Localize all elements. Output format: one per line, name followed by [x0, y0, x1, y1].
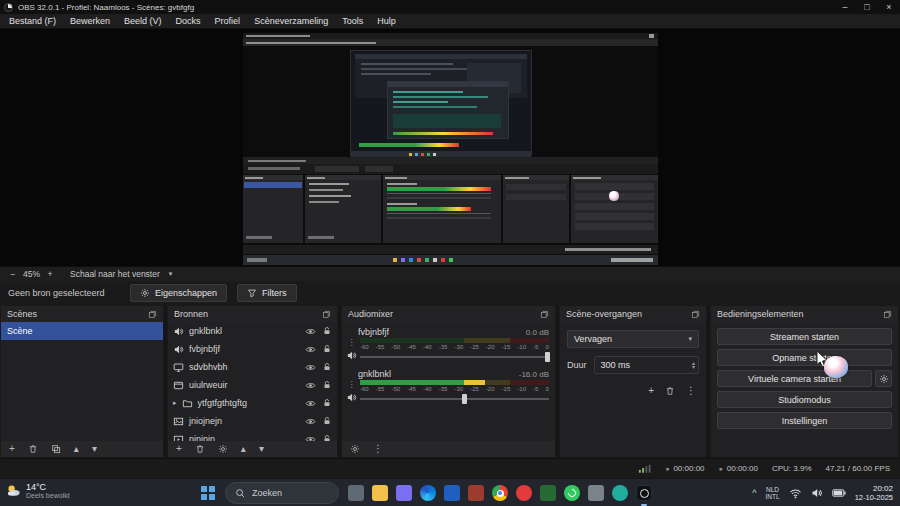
- mixer-menu-button[interactable]: ⋮: [373, 444, 383, 454]
- visibility-toggle-icon[interactable]: [305, 416, 316, 427]
- visibility-toggle-icon[interactable]: [305, 434, 316, 442]
- window-titlebar[interactable]: OBS 32.0.1 - Profiel: Naamloos - Scènes:…: [0, 0, 900, 14]
- menu-item-beeld[interactable]: Beeld (V): [117, 14, 169, 29]
- add-source-button[interactable]: +: [176, 444, 182, 454]
- zoom-in-button[interactable]: +: [45, 269, 55, 279]
- source-row-clipped[interactable]: njnjnjn: [168, 430, 337, 441]
- lock-toggle-icon[interactable]: [322, 344, 332, 354]
- duration-spinner[interactable]: ▴ ▾: [692, 361, 695, 370]
- battery-icon[interactable]: [832, 489, 846, 497]
- virtual-camera-settings-button[interactable]: [875, 370, 892, 387]
- obs-taskbar-button[interactable]: [632, 479, 656, 506]
- taskbar-app-1[interactable]: [344, 479, 368, 506]
- duration-input[interactable]: 300 ms ▴ ▾: [594, 356, 699, 374]
- filters-button[interactable]: Filters: [237, 284, 297, 302]
- visibility-toggle-icon[interactable]: [305, 398, 316, 409]
- source-row[interactable]: jniojnejn: [168, 412, 337, 430]
- menu-item-hulp[interactable]: Hulp: [370, 14, 403, 29]
- menu-item-tools[interactable]: Tools: [335, 14, 370, 29]
- volume-icon[interactable]: [811, 487, 823, 499]
- move-source-down-button[interactable]: ▾: [259, 444, 264, 454]
- minimize-button[interactable]: –: [834, 0, 856, 14]
- advanced-audio-button[interactable]: [350, 444, 360, 454]
- taskbar-search[interactable]: Zoeken: [225, 482, 339, 504]
- wifi-icon[interactable]: [789, 488, 802, 499]
- menu-item-bestand[interactable]: Bestand (F): [2, 14, 63, 29]
- mixer-options-icon[interactable]: ⋮: [348, 339, 356, 347]
- lock-toggle-icon[interactable]: [322, 416, 332, 426]
- preview-canvas[interactable]: [0, 29, 900, 266]
- taskbar-app-6[interactable]: [464, 479, 488, 506]
- menu-item-profiel[interactable]: Profiel: [208, 14, 248, 29]
- visibility-toggle-icon[interactable]: [305, 362, 316, 373]
- start-recording-button[interactable]: Opname starten: [717, 349, 892, 366]
- lock-toggle-icon[interactable]: [322, 398, 332, 408]
- mixer-options-icon[interactable]: ⋮: [348, 381, 356, 389]
- volume-slider-handle[interactable]: [462, 394, 467, 404]
- tray-expand-icon[interactable]: ^: [752, 488, 756, 498]
- add-scene-button[interactable]: +: [9, 444, 15, 454]
- weather-widget[interactable]: 14°C Deels bewolkt: [6, 482, 70, 499]
- menu-item-sceneverzameling[interactable]: Scèneverzameling: [247, 14, 335, 29]
- visibility-toggle-icon[interactable]: [305, 344, 316, 355]
- volume-slider[interactable]: [360, 351, 549, 362]
- scale-mode-dropdown-icon[interactable]: ▾: [169, 270, 173, 278]
- sources-dock-header[interactable]: Bronnen: [168, 306, 337, 322]
- remove-transition-button[interactable]: [665, 386, 675, 396]
- mixer-dock-header[interactable]: Audiomixer: [342, 306, 555, 322]
- start-streaming-button[interactable]: Streamen starten: [717, 328, 892, 345]
- taskbar-app-8[interactable]: [512, 479, 536, 506]
- source-row[interactable]: gnklbnkl: [168, 322, 337, 340]
- remove-scene-button[interactable]: [28, 444, 38, 454]
- controls-dock-header[interactable]: Bedieningselementen: [711, 306, 898, 322]
- zoom-out-button[interactable]: −: [8, 269, 18, 279]
- source-row[interactable]: fvbjnbfjf: [168, 340, 337, 358]
- taskbar-app-11[interactable]: [584, 479, 608, 506]
- taskbar-app-9[interactable]: [536, 479, 560, 506]
- properties-button[interactable]: Eigenschappen: [130, 284, 227, 302]
- transition-select[interactable]: Vervagen ▾: [567, 330, 699, 348]
- chrome-button[interactable]: [488, 479, 512, 506]
- spin-down-icon[interactable]: ▾: [692, 365, 695, 370]
- file-explorer-button[interactable]: [368, 479, 392, 506]
- visibility-toggle-icon[interactable]: [305, 380, 316, 391]
- move-source-up-button[interactable]: ▴: [241, 444, 246, 454]
- taskbar-app-3[interactable]: [392, 479, 416, 506]
- mute-toggle-icon[interactable]: [346, 392, 357, 403]
- taskbar-clock[interactable]: 20:02 12-10-2025: [855, 484, 893, 503]
- remove-source-button[interactable]: [195, 444, 205, 454]
- taskbar-app-5[interactable]: [440, 479, 464, 506]
- whatsapp-button[interactable]: [560, 479, 584, 506]
- scene-list-item[interactable]: Scène: [1, 322, 163, 340]
- duplicate-scene-button[interactable]: [51, 444, 61, 454]
- add-transition-button[interactable]: +: [648, 386, 654, 396]
- language-switcher[interactable]: NLD INTL: [766, 486, 780, 500]
- source-row[interactable]: uiulrweuir: [168, 376, 337, 394]
- mute-toggle-icon[interactable]: [346, 350, 357, 361]
- visibility-toggle-icon[interactable]: [305, 326, 316, 337]
- move-scene-up-button[interactable]: ▴: [74, 444, 79, 454]
- lock-toggle-icon[interactable]: [322, 362, 332, 372]
- taskbar-app-12[interactable]: [608, 479, 632, 506]
- group-expand-icon[interactable]: ▸: [173, 399, 177, 407]
- menu-item-docks[interactable]: Docks: [169, 14, 208, 29]
- move-scene-down-button[interactable]: ▾: [92, 444, 97, 454]
- lock-toggle-icon[interactable]: [322, 434, 332, 441]
- close-button[interactable]: ×: [878, 0, 900, 14]
- volume-slider[interactable]: [360, 393, 549, 404]
- edge-button[interactable]: [416, 479, 440, 506]
- volume-slider-handle[interactable]: [545, 352, 550, 362]
- source-properties-button[interactable]: [218, 444, 228, 454]
- scenes-dock-header[interactable]: Scènes: [1, 306, 163, 322]
- maximize-button[interactable]: □: [856, 0, 878, 14]
- transition-menu-button[interactable]: ⋮: [686, 386, 696, 396]
- lock-toggle-icon[interactable]: [322, 380, 332, 390]
- transitions-dock-header[interactable]: Scène-overgangen: [560, 306, 706, 322]
- source-row[interactable]: sdvbhvbh: [168, 358, 337, 376]
- menu-item-bewerken[interactable]: Bewerken: [63, 14, 117, 29]
- lock-toggle-icon[interactable]: [322, 326, 332, 336]
- source-row-group[interactable]: ▸ ytfgtfgthtgftg: [168, 394, 337, 412]
- studio-mode-button[interactable]: Studiomodus: [717, 391, 892, 408]
- start-button[interactable]: [196, 481, 220, 505]
- settings-button[interactable]: Instellingen: [717, 412, 892, 429]
